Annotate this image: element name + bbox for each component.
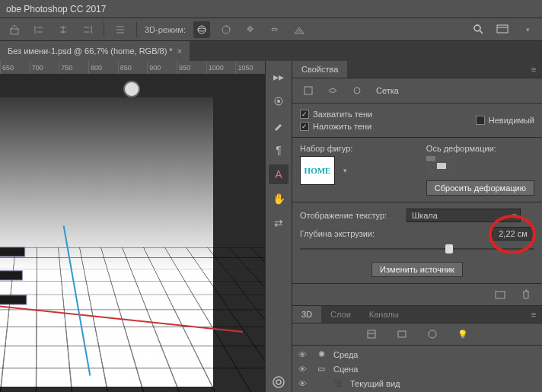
type-tool-icon[interactable]: A (269, 164, 289, 184)
preset-dropdown-icon[interactable]: ▾ (336, 163, 353, 178)
swap-icon[interactable]: ⇄ (269, 213, 289, 233)
home-icon[interactable] (6, 21, 23, 38)
distribute-icon[interactable] (112, 21, 129, 38)
filter-mesh-icon[interactable] (394, 327, 410, 342)
visibility-icon[interactable]: 👁 (298, 365, 309, 374)
roll-icon[interactable] (218, 21, 234, 38)
reset-deform-button[interactable]: Сбросить деформацию (426, 180, 534, 196)
properties-tab[interactable]: Свойства (292, 61, 347, 78)
workspace-menu-icon[interactable] (495, 21, 512, 38)
svg-rect-14 (398, 331, 406, 337)
environment-icon: ✺ (315, 349, 327, 359)
mesh-mode-icon[interactable] (300, 83, 317, 98)
change-source-button[interactable]: Изменить источник (371, 262, 463, 277)
filter-scene-icon[interactable] (363, 327, 380, 342)
texture-map-select[interactable]: Шкала (406, 209, 521, 222)
cast-shadows-checkbox[interactable]: ✓Наложить тени (300, 122, 372, 131)
light-widget[interactable] (125, 82, 139, 96)
align-left-icon[interactable] (30, 21, 47, 38)
document-tab-bar: Без имени-1.psd @ 66,7% (home, RGB/8) * … (0, 41, 542, 61)
filter-light-icon[interactable]: 💡 (454, 327, 471, 342)
catch-shadows-checkbox[interactable]: ✓Захватить тени (300, 110, 372, 119)
svg-point-2 (198, 28, 206, 31)
tab-layers[interactable]: Слои (321, 306, 360, 323)
search-icon[interactable] (470, 21, 487, 38)
pan-icon[interactable]: ✥ (242, 21, 259, 38)
deform-axis-grid[interactable] (426, 156, 457, 176)
collapse-icon[interactable]: ▸▸ (269, 67, 289, 87)
texture-map-label: Отображение текстур: (300, 211, 399, 220)
panel-menu-icon-2[interactable]: ≡ (525, 306, 542, 323)
orbit-icon[interactable] (193, 21, 210, 38)
camera-icon: 🎥 (332, 378, 344, 388)
render-icon[interactable] (492, 287, 509, 302)
svg-point-1 (198, 26, 206, 33)
canvas-area: 65070075080085090095010001050 ME (0, 61, 265, 392)
svg-point-9 (276, 380, 281, 384)
filter-material-icon[interactable] (424, 327, 441, 342)
svg-point-11 (354, 88, 360, 94)
svg-rect-5 (497, 25, 508, 33)
extrude-depth-value[interactable]: 2,22 см (492, 227, 534, 241)
tool-strip: ▸▸ ¶ A ✋ ⇄ (265, 61, 292, 392)
title-bar: obe Photoshop CC 2017 (0, 0, 542, 18)
scene-icon: ▭ (315, 364, 327, 374)
deform-axis-label: Ось деформации: (426, 144, 534, 153)
svg-rect-10 (304, 87, 312, 94)
tab-3d[interactable]: 3D (292, 306, 321, 323)
shape-preset-label: Набор фигур: (300, 144, 353, 153)
layers-3d-list: 👁 ✺ Среда 👁 ▭ Сцена 👁 🎥 Текущий вид (292, 346, 542, 392)
cc-libraries-icon[interactable] (269, 372, 289, 392)
extrude-depth-label: Глубина экструзии: (300, 229, 399, 238)
svg-point-15 (429, 330, 436, 338)
svg-rect-12 (496, 292, 505, 298)
right-panels: Свойства ≡ Сетка ✓Захватить тени ✓Наложи… (292, 61, 542, 392)
cap-mode-icon[interactable] (349, 83, 365, 98)
mode-3d-label: 3D-режим: (145, 25, 186, 34)
viewport[interactable]: ME (0, 75, 265, 392)
paragraph-icon[interactable]: ¶ (269, 140, 289, 160)
document-tab-label: Без имени-1.psd @ 66,7% (home, RGB/8) * (8, 46, 173, 56)
visibility-icon[interactable]: 👁 (298, 379, 309, 388)
shape-preset-thumb[interactable]: HOME (300, 156, 335, 185)
invisible-checkbox[interactable]: Невидимый (476, 116, 534, 125)
svg-point-8 (273, 377, 284, 387)
app-title: obe Photoshop CC 2017 (6, 4, 106, 14)
align-right-icon[interactable] (79, 21, 96, 38)
layer-environment[interactable]: 👁 ✺ Среда (292, 347, 542, 362)
svg-point-7 (277, 100, 280, 103)
extrude-depth-slider[interactable] (300, 244, 534, 254)
panel-menu-icon[interactable]: ≡ (525, 61, 542, 78)
scale-3d-icon[interactable] (291, 21, 308, 38)
brush-icon[interactable] (269, 116, 289, 135)
svg-point-4 (474, 25, 480, 31)
close-tab-icon[interactable]: × (177, 46, 182, 56)
align-center-icon[interactable] (55, 21, 72, 38)
extruded-text[interactable]: ME (0, 227, 25, 323)
tab-channels[interactable]: Каналы (360, 306, 408, 323)
mesh-label: Сетка (376, 86, 399, 95)
options-bar: 3D-режим: ✥ ⇔ ▾ (0, 18, 542, 41)
svg-rect-13 (368, 330, 375, 338)
deform-mode-icon[interactable] (324, 83, 341, 98)
svg-rect-0 (11, 29, 18, 34)
slide-icon[interactable]: ⇔ (266, 21, 283, 38)
document-tab[interactable]: Без имени-1.psd @ 66,7% (home, RGB/8) * … (0, 41, 190, 61)
ruler-horizontal: 65070075080085090095010001050 (0, 61, 265, 75)
layer-current-view[interactable]: 👁 🎥 Текущий вид (292, 376, 542, 390)
layer-scene[interactable]: 👁 ▭ Сцена (292, 362, 542, 376)
chevron-down-icon[interactable]: ▾ (519, 21, 536, 38)
trash-icon[interactable] (518, 287, 534, 302)
visibility-icon[interactable]: 👁 (298, 350, 309, 359)
hand-tool-icon[interactable]: ✋ (269, 189, 289, 209)
adjust-icon[interactable] (269, 91, 289, 111)
